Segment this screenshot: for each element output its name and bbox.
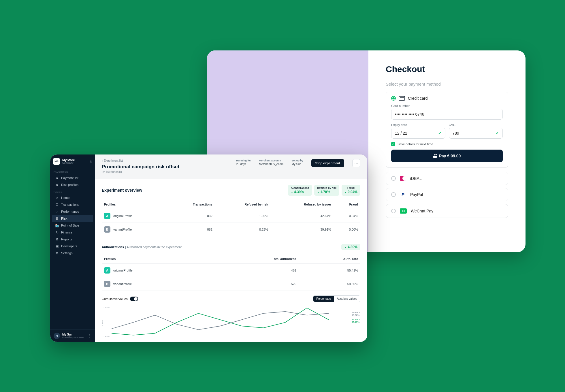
sidebar-item-risk-profiles[interactable]: ★ Risk profiles (52, 181, 93, 188)
sidebar-item-developers[interactable]: ▣Developers (52, 243, 93, 250)
shield-icon: ⛨ (55, 217, 59, 220)
cvc-label: CVC (449, 123, 503, 127)
arrow-up-icon (291, 190, 293, 194)
expiry-input[interactable]: 12 / 22 ✓ (391, 128, 445, 139)
more-button[interactable]: ⋯ (352, 159, 360, 167)
pill-fraud: Fraud 0.04% (342, 185, 360, 196)
stop-experiment-button[interactable]: Stop experiment (311, 159, 344, 167)
card-number-input[interactable]: •••• •••• •••• 6746 (391, 109, 503, 120)
cvc-input[interactable]: 789 ✓ (449, 128, 503, 139)
sidebar-item-label: Risk profiles (61, 183, 78, 186)
main-content: ‹ Experiment list Promotional campaign r… (95, 154, 367, 342)
table-row[interactable]: BvariantProfile 882 0.23% 39.91% 0.00% (102, 223, 360, 236)
credit-card-label: Credit card (408, 96, 427, 101)
page-id: Id: 1097958810 (102, 170, 179, 174)
seg-percentage[interactable]: Percentage (313, 296, 334, 302)
ideal-label: iDEAL (410, 176, 422, 181)
paypal-label: PayPal (410, 192, 423, 197)
overview-header: Experiment overview Authorizations 4.39%… (102, 185, 360, 196)
table-row[interactable]: AoriginalProfile 832 1.92% 42.67% 0.04% (102, 209, 360, 223)
arrow-down-icon (317, 190, 319, 194)
cumulative-toggle[interactable] (130, 297, 138, 301)
payment-method-credit-card[interactable]: Credit card Card number •••• •••• •••• 6… (386, 92, 508, 168)
refresh-icon: ↻ (55, 231, 59, 234)
chip-b: B (104, 226, 110, 233)
y-tick-bot: 0.35% (103, 335, 110, 338)
payment-method-paypal[interactable]: P PayPal (386, 188, 508, 201)
gauge-icon: ◷ (55, 210, 59, 213)
paypal-icon: P (400, 192, 406, 197)
pill-refused-risk: Refused by risk 1.70% (314, 185, 339, 196)
section-favorites: FAVORITES (50, 168, 95, 174)
y-axis-label: Fraud (102, 320, 103, 325)
document-icon: 🗎 (55, 238, 59, 241)
auth-section-title: Authorizations | Authorized payments in … (102, 244, 360, 250)
chart-mode-segment: Percentage Absolute values (313, 295, 360, 302)
cvc-value: 789 (453, 131, 459, 135)
table-row[interactable]: AoriginalProfile 461 55.41% (102, 264, 360, 277)
more-vertical-icon[interactable]: ⋮ (87, 333, 91, 338)
checkout-subtitle: Select your payment method (386, 82, 508, 86)
expiry-value: 12 / 22 (395, 131, 407, 135)
sidebar-item-transactions[interactable]: ☰Transactions (52, 201, 93, 208)
chart-legend: Profile B59.86% Profile A55.41% (352, 311, 360, 323)
col-fraud: Fraud (334, 200, 360, 209)
sidebar-item-label: Finance (61, 231, 72, 234)
sidebar-item-finance[interactable]: ↻Finance (52, 229, 93, 236)
sidebar-item-label: Point of Sale (61, 224, 79, 227)
page-header: ‹ Experiment list Promotional campaign r… (95, 154, 367, 179)
check-icon: ✓ (496, 131, 499, 135)
pay-button-label: Pay € 99.00 (439, 154, 461, 158)
sidebar-user[interactable]: N My Sur m.sur@mystore.com ⋮ (50, 329, 95, 342)
credit-card-icon (399, 96, 405, 101)
code-icon: ▣ (55, 244, 59, 248)
sidebar-item-home[interactable]: ⌂Home (52, 194, 93, 201)
star-icon: ★ (55, 183, 59, 186)
sidebar-item-settings[interactable]: ⚙Settings (52, 250, 93, 257)
card-number-label: Card number (391, 104, 503, 108)
checkout-title: Checkout (386, 64, 508, 74)
breadcrumb[interactable]: ‹ Experiment list (102, 159, 179, 162)
col-profiles: Profiles (102, 200, 167, 209)
chip-b: B (104, 281, 110, 287)
sidebar-item-payment-list[interactable]: ★ Payment list (52, 174, 93, 181)
chevron-updown-icon: ⇅ (90, 160, 92, 163)
page-title: Promotional campaign risk offset (102, 164, 179, 170)
radio-empty-icon (391, 192, 396, 197)
save-label: Save details for next time (398, 142, 433, 146)
chip-a: A (104, 213, 110, 219)
store-switcher[interactable]: MS MyStore Company ⇅ (50, 154, 95, 168)
sidebar-item-pos[interactable]: 🏪Point of Sale (52, 222, 93, 229)
payment-method-ideal[interactable]: iDEAL (386, 172, 508, 185)
meta-running-for: Running for 23 days (236, 159, 251, 166)
col-auth-rate: Auth. rate (299, 254, 360, 264)
checkout-pane: Checkout Select your payment method Cred… (368, 50, 526, 252)
sidebar-item-performance[interactable]: ◷Performance (52, 208, 93, 215)
shop-icon: 🏪 (55, 224, 59, 227)
pay-button[interactable]: Pay € 99.00 (391, 150, 503, 162)
sidebar-item-label: Payment list (61, 176, 78, 180)
radio-empty-icon (391, 176, 396, 181)
radio-selected-icon (391, 96, 396, 101)
radio-empty-icon (391, 209, 396, 213)
list-icon: ☰ (55, 203, 59, 206)
table-row[interactable]: BvariantProfile 529 59.86% (102, 277, 360, 291)
sidebar-item-label: Performance (61, 210, 79, 213)
overview-table: Profiles Transactions Refused by risk Re… (102, 200, 360, 236)
auth-lift-badge: 4.39% (341, 244, 360, 250)
auth-rate-chart: 0.70% 0.35% Fraud Profile B59.86% Profil… (102, 306, 360, 338)
chart-svg (112, 306, 329, 338)
auth-table: Profiles Total authorized Auth. rate Aor… (102, 254, 360, 291)
sidebar-item-label: Home (61, 196, 69, 199)
arrow-up-icon (344, 245, 346, 249)
sidebar-item-label: Developers (61, 244, 77, 248)
meta-merchant: Merchant account MerchantES_ecom (259, 159, 283, 166)
col-total-auth: Total authorized (207, 254, 299, 264)
payment-method-wechat[interactable]: ✉ WeChat Pay (386, 204, 508, 218)
sidebar-item-reports[interactable]: 🗎Reports (52, 236, 93, 243)
store-sub: Company (62, 162, 75, 165)
seg-absolute[interactable]: Absolute values (334, 296, 360, 302)
pill-authorizations: Authorizations 4.39% (288, 185, 312, 196)
sidebar-item-risk[interactable]: ⛨Risk (52, 215, 93, 222)
save-checkbox[interactable]: ✓ (391, 142, 395, 146)
